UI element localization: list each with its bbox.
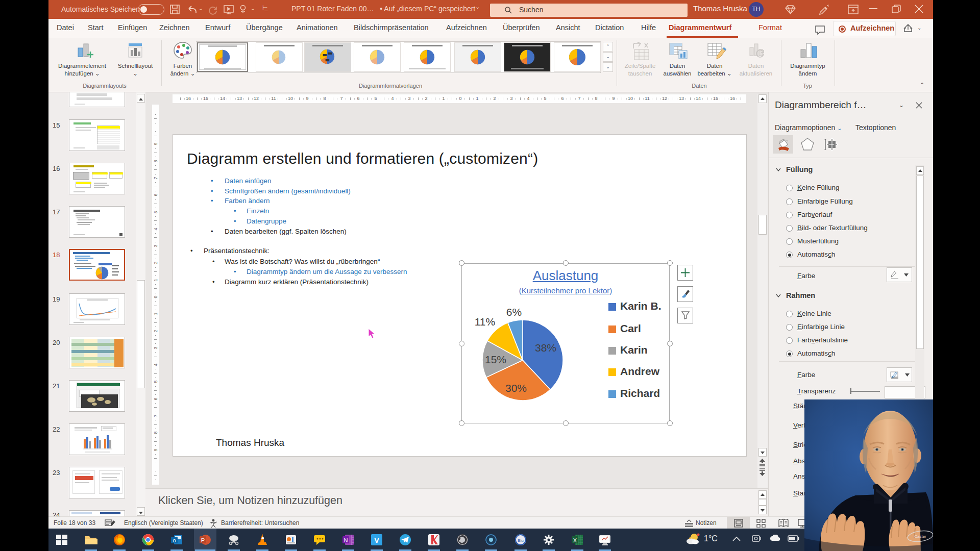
- svg-text:Blu: Blu: [518, 538, 524, 543]
- svg-text:N: N: [344, 537, 348, 543]
- svg-text:o: o: [173, 537, 176, 543]
- svg-text:Caster: Caster: [914, 534, 926, 539]
- svg-text:X: X: [573, 537, 577, 543]
- svg-text:P: P: [201, 537, 205, 543]
- svg-text:V: V: [374, 536, 379, 544]
